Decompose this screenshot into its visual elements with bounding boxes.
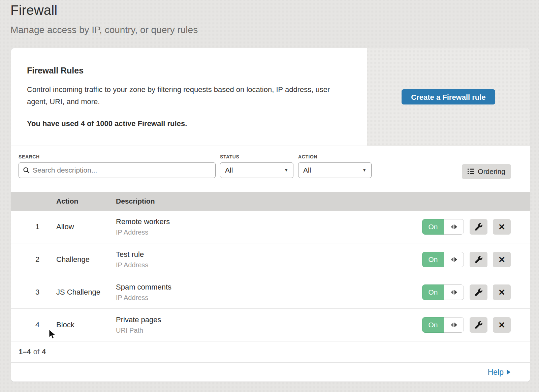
rules-list: 1 Allow Remote workers IP Address On (11, 211, 530, 341)
triangle-right-icon (454, 224, 457, 229)
wrench-icon (475, 289, 482, 296)
ordered-list-icon (468, 169, 474, 174)
search-group: SEARCH (19, 154, 216, 178)
x-icon: ✕ (498, 321, 505, 329)
help-link[interactable]: Help (488, 368, 510, 377)
wrench-icon (475, 256, 482, 263)
pagination-of: of (33, 348, 39, 356)
status-dropdown[interactable]: All ▼ (220, 162, 293, 178)
wrench-icon (475, 223, 482, 231)
action-dropdown-value: All (303, 166, 311, 174)
toggle-handle[interactable] (444, 317, 464, 333)
rule-match-type: IP Address (116, 294, 422, 302)
action-group: ACTION All ▼ (298, 154, 372, 178)
delete-rule-button[interactable]: ✕ (493, 252, 511, 267)
page-subtitle: Manage access by IP, country, or query r… (10, 25, 539, 35)
action-label: ACTION (298, 154, 372, 159)
rule-enabled-toggle[interactable]: On (422, 284, 464, 300)
search-box[interactable] (19, 162, 216, 178)
description-column-header: Description (116, 197, 530, 205)
rule-priority: 2 (19, 255, 56, 264)
rule-description: Spam comments (116, 283, 422, 292)
delete-rule-button[interactable]: ✕ (493, 317, 511, 333)
rule-description-cell: Test rule IP Address (116, 250, 422, 269)
status-group: STATUS All ▼ (220, 154, 293, 178)
chevron-down-icon: ▼ (362, 168, 367, 173)
rule-description-cell: Remote workers IP Address (116, 217, 422, 236)
rule-description: Private pages (116, 315, 422, 324)
ordering-button[interactable]: Ordering (462, 164, 511, 179)
rule-description: Test rule (116, 250, 422, 259)
rule-priority: 4 (19, 321, 56, 329)
chevron-down-icon: ▼ (284, 168, 288, 173)
overview-description: Control incoming traffic to your zone by… (27, 84, 347, 108)
toggle-handle[interactable] (444, 252, 464, 267)
search-input[interactable] (33, 163, 211, 178)
magnifier-icon (23, 167, 30, 174)
edit-rule-button[interactable] (470, 284, 487, 300)
triangle-left-icon (451, 323, 453, 327)
table-header: Action Description (11, 192, 530, 211)
x-icon: ✕ (498, 223, 505, 231)
action-dropdown[interactable]: All ▼ (298, 162, 372, 178)
filters-bar: SEARCH STATUS All ▼ ACTION All ▼ (11, 146, 530, 192)
rule-match-type: URI Path (116, 327, 422, 334)
triangle-left-icon (451, 257, 453, 262)
toggle-on-label: On (422, 252, 444, 267)
wrench-icon (475, 321, 482, 329)
triangle-right-icon (507, 369, 510, 375)
help-link-label: Help (488, 368, 504, 377)
rule-match-type: IP Address (116, 261, 422, 269)
rule-action: JS Challenge (56, 288, 116, 297)
edit-rule-button[interactable] (470, 252, 487, 267)
rule-controls: On ✕ (422, 219, 511, 235)
page-header: Firewall Manage access by IP, country, o… (0, 0, 539, 35)
rule-description: Remote workers (116, 217, 422, 226)
delete-rule-button[interactable]: ✕ (493, 284, 511, 300)
delete-rule-button[interactable]: ✕ (493, 219, 511, 235)
rule-match-type: IP Address (116, 229, 422, 236)
rule-action: Block (56, 321, 116, 329)
rule-enabled-toggle[interactable]: On (422, 317, 464, 333)
pagination-range: 1–4 (19, 348, 31, 356)
status-label: STATUS (220, 154, 293, 159)
rule-controls: On ✕ (422, 317, 511, 333)
rule-enabled-toggle[interactable]: On (422, 252, 464, 267)
usage-summary: You have used 4 of 1000 active Firewall … (27, 119, 347, 128)
x-icon: ✕ (498, 288, 505, 297)
triangle-right-icon (454, 290, 457, 295)
pagination-total: 4 (42, 348, 46, 356)
create-firewall-rule-button[interactable]: Create a Firewall rule (402, 89, 495, 104)
rule-description-cell: Spam comments IP Address (116, 283, 422, 302)
overview-section: Firewall Rules Control incoming traffic … (11, 48, 530, 146)
rule-action: Allow (56, 222, 116, 231)
rule-controls: On ✕ (422, 252, 511, 267)
rule-priority: 1 (19, 222, 56, 231)
page-title: Firewall (10, 3, 539, 18)
rule-priority: 3 (19, 288, 56, 297)
edit-rule-button[interactable] (470, 219, 487, 235)
table-row: 3 JS Challenge Spam comments IP Address … (11, 276, 530, 309)
triangle-right-icon (454, 257, 457, 262)
search-label: SEARCH (19, 154, 216, 159)
card-footer: Help (11, 362, 530, 382)
rule-description-cell: Private pages URI Path (116, 315, 422, 334)
edit-rule-button[interactable] (470, 317, 487, 333)
triangle-left-icon (451, 290, 453, 295)
action-column-header: Action (56, 197, 116, 205)
table-row: 1 Allow Remote workers IP Address On (11, 211, 530, 243)
toggle-on-label: On (422, 317, 444, 333)
create-rule-panel: Create a Firewall rule (367, 48, 530, 146)
overview-text: Firewall Rules Control incoming traffic … (11, 48, 367, 146)
rule-enabled-toggle[interactable]: On (422, 219, 464, 235)
x-icon: ✕ (498, 255, 505, 264)
table-row: 4 Block Private pages URI Path On (11, 309, 530, 341)
toggle-handle[interactable] (444, 219, 464, 235)
status-dropdown-value: All (225, 166, 233, 174)
triangle-left-icon (451, 224, 453, 229)
toggle-handle[interactable] (444, 284, 464, 300)
rule-controls: On ✕ (422, 284, 511, 300)
firewall-rules-card: Firewall Rules Control incoming traffic … (11, 48, 530, 382)
toggle-on-label: On (422, 219, 444, 235)
rule-action: Challenge (56, 255, 116, 264)
